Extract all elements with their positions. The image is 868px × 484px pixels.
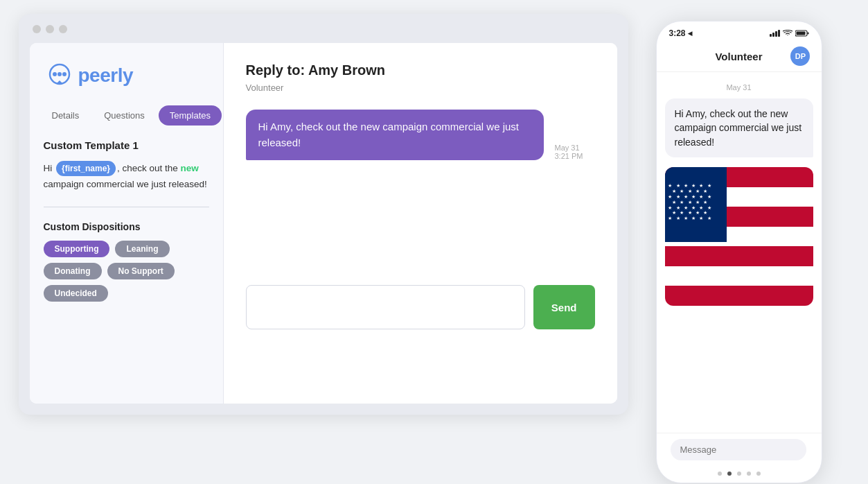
phone-dot-2: [727, 472, 732, 476]
signal-icon: [770, 30, 780, 37]
phone-date-label: May 31: [665, 83, 813, 92]
svg-text:★: ★: [691, 183, 696, 188]
first-name-tag: {first_name}: [56, 161, 116, 176]
svg-text:★: ★: [699, 216, 703, 221]
phone-dot-1: [718, 472, 722, 476]
main-content: Reply to: Amy Brown Volunteer Hi Amy, ch…: [224, 43, 617, 404]
svg-text:★: ★: [707, 205, 711, 210]
disp-no-support[interactable]: No Support: [107, 263, 175, 279]
svg-text:★: ★: [683, 216, 687, 221]
flag-background: ★★★★★★ ★★★★★ ★★★★★★ ★★★★★ ★★★★★★ ★★★★★ ★…: [665, 167, 813, 306]
statusbar-right: [770, 30, 809, 37]
disp-donating[interactable]: Donating: [44, 263, 102, 279]
svg-text:★: ★: [675, 205, 680, 210]
svg-text:★: ★: [695, 189, 699, 193]
flag-canton: ★★★★★★ ★★★★★ ★★★★★★ ★★★★★ ★★★★★★ ★★★★★ ★…: [665, 167, 727, 242]
logo-text: peerly: [78, 64, 134, 87]
template-end: campaign commercial we just released!: [44, 179, 207, 189]
browser-dot-green: [59, 25, 67, 33]
svg-text:★: ★: [687, 200, 691, 205]
sidebar-logo: peerly: [30, 43, 223, 105]
svg-text:★: ★: [691, 205, 696, 210]
svg-text:★: ★: [699, 205, 703, 210]
svg-rect-5: [807, 33, 808, 35]
svg-text:★: ★: [691, 194, 696, 199]
phone-messages: May 31 Hi Amy, check out the new campaig…: [657, 72, 822, 433]
tab-details[interactable]: Details: [41, 105, 91, 126]
compose-input[interactable]: [246, 285, 525, 329]
svg-text:★: ★: [672, 210, 676, 215]
disp-undecided[interactable]: Undecided: [44, 285, 108, 302]
svg-text:★: ★: [703, 210, 707, 215]
phone-compose: [657, 433, 822, 466]
disp-supporting[interactable]: Supporting: [44, 241, 110, 257]
stars-svg: ★★★★★★ ★★★★★ ★★★★★★ ★★★★★ ★★★★★★ ★★★★★ ★…: [665, 167, 727, 242]
message-clock: 3:21 PM: [555, 152, 583, 160]
compose-area: Send: [246, 285, 595, 329]
svg-point-2: [57, 72, 62, 76]
scene: peerly Details Questions Templates Custo…: [19, 14, 850, 483]
phone-nav-avatar[interactable]: DP: [790, 46, 810, 66]
battery-icon: [795, 30, 809, 37]
svg-text:★: ★: [699, 194, 703, 199]
template-hi: Hi: [44, 163, 55, 173]
signal-bar-3: [775, 31, 777, 37]
phone-dot-3: [737, 472, 741, 476]
svg-text:★: ★: [668, 205, 672, 210]
svg-text:★: ★: [707, 183, 711, 188]
reply-name: Amy Brown: [308, 62, 385, 78]
peerly-logo-icon: [46, 62, 73, 89]
phone-nav-title: Volunteer: [715, 51, 762, 62]
svg-text:★: ★: [668, 216, 672, 221]
phone-message-input[interactable]: [671, 439, 806, 460]
svg-rect-6: [796, 32, 805, 35]
template-section: Custom Template 1 Hi {first_name}, check…: [30, 139, 223, 302]
svg-text:★: ★: [680, 210, 684, 215]
svg-point-1: [53, 72, 57, 76]
svg-text:★: ★: [707, 216, 711, 221]
svg-text:★: ★: [695, 210, 699, 215]
disp-leaning[interactable]: Leaning: [115, 241, 169, 257]
tab-templates[interactable]: Templates: [159, 105, 222, 126]
phone-bottom-bar: [657, 466, 822, 483]
template-body: Hi {first_name}, check out the newcampai…: [44, 161, 209, 193]
disposition-tags: Supporting Leaning Donating No Support U…: [44, 241, 209, 302]
signal-bar-4: [778, 30, 780, 37]
svg-text:★: ★: [672, 189, 676, 193]
message-bubble: Hi Amy, check out the new campaign comme…: [246, 110, 544, 160]
browser-titlebar: [30, 25, 617, 33]
svg-text:★: ★: [668, 183, 672, 188]
svg-text:★: ★: [680, 200, 684, 205]
browser-window: peerly Details Questions Templates Custo…: [19, 14, 628, 415]
message-time: May 31 3:21 PM: [555, 144, 583, 160]
svg-text:★: ★: [683, 183, 687, 188]
phone-nav-bar: Volunteer DP: [657, 42, 822, 72]
template-divider: [44, 207, 209, 207]
phone-mock: 3:28 ◂: [656, 21, 822, 483]
svg-text:★: ★: [703, 189, 707, 193]
signal-bar-1: [770, 34, 772, 37]
template-middle: , check out the: [117, 163, 181, 173]
phone-time: 3:28 ◂: [669, 28, 692, 38]
svg-text:★: ★: [675, 183, 680, 188]
tab-questions[interactable]: Questions: [93, 105, 156, 126]
signal-bar-2: [772, 33, 774, 37]
svg-point-3: [62, 72, 67, 76]
svg-text:★: ★: [668, 194, 672, 199]
message-row: Hi Amy, check out the new campaign comme…: [246, 110, 595, 160]
send-button[interactable]: Send: [533, 285, 595, 329]
template-title: Custom Template 1: [44, 139, 209, 151]
dispositions-title: Custom Dispositions: [44, 221, 209, 232]
svg-text:★: ★: [675, 194, 680, 199]
svg-text:★: ★: [672, 200, 676, 205]
phone-flag-image: ★★★★★★ ★★★★★ ★★★★★★ ★★★★★ ★★★★★★ ★★★★★ ★…: [665, 167, 813, 306]
reply-label: Reply to:: [246, 62, 308, 78]
svg-text:★: ★: [683, 194, 687, 199]
svg-text:★: ★: [687, 210, 691, 215]
sidebar-tabs: Details Questions Templates: [30, 105, 223, 126]
message-date: May 31: [555, 144, 580, 152]
svg-text:★: ★: [683, 205, 687, 210]
svg-text:★: ★: [680, 189, 684, 193]
sidebar: peerly Details Questions Templates Custo…: [30, 43, 224, 404]
reply-header: Reply to: Amy Brown: [246, 62, 595, 78]
